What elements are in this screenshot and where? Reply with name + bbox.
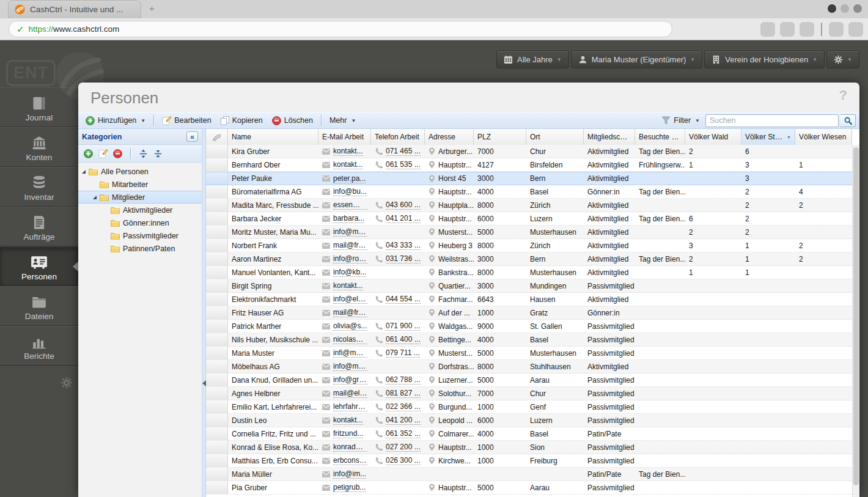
row-handle[interactable] <box>206 252 228 265</box>
table-row[interactable]: Büromaterialfirma AGinfo@bu...Hauptstr..… <box>206 185 852 199</box>
tree-item[interactable]: Gönner:innen <box>78 216 202 229</box>
more-button[interactable]: Mehr ▼ <box>326 115 359 126</box>
browser-button-icon[interactable] <box>848 22 863 37</box>
browser-button-icon[interactable] <box>760 22 775 37</box>
tree-expand-caret-icon[interactable] <box>82 170 86 174</box>
phone-link[interactable]: 071 900 ... <box>386 322 421 331</box>
row-handle[interactable] <box>206 320 228 333</box>
column-header[interactable]: Name <box>228 129 318 145</box>
vertical-scrollbar[interactable] <box>852 145 859 497</box>
table-row[interactable]: Emilio Kart, Lehrfahrerei...lehrfahre...… <box>206 400 852 414</box>
email-link[interactable]: nicolas@... <box>333 335 367 344</box>
row-handle[interactable] <box>206 441 228 454</box>
column-header[interactable]: Telefon Arbeit <box>371 129 425 145</box>
email-link[interactable]: fritzund... <box>333 429 363 438</box>
column-header[interactable]: E-Mail Arbeit <box>318 129 371 145</box>
browser-button-icon[interactable] <box>829 22 844 37</box>
table-row[interactable]: Möbelhaus AGinfo@mo...Dorfstras...8000St… <box>206 360 852 374</box>
email-link[interactable]: kontakt... <box>333 147 363 156</box>
row-handle[interactable] <box>206 333 228 346</box>
email-link[interactable]: kontakt... <box>333 160 363 169</box>
email-link[interactable]: lehrfahre... <box>333 402 367 411</box>
table-row[interactable]: Fritz Hauser AGmail@frit...Auf der ...10… <box>206 306 852 320</box>
phone-link[interactable]: 079 711 ... <box>386 348 420 358</box>
row-handle[interactable] <box>206 387 228 400</box>
row-handle[interactable] <box>206 185 228 198</box>
row-handle[interactable] <box>206 454 228 467</box>
table-row[interactable]: Norbert Frankmail@fra...043 333 ...Heube… <box>206 239 852 252</box>
email-link[interactable]: essen@fr... <box>333 201 367 210</box>
filter-button[interactable]: Filter ▼ <box>658 115 704 126</box>
browser-tab[interactable]: CashCtrl - Intuitive und ... <box>8 0 141 18</box>
table-row[interactable]: Moritz Muster, Maria Mu...info@mu...Must… <box>206 226 852 239</box>
sidebar-item-inventar[interactable]: Inventar <box>0 167 78 207</box>
table-row[interactable]: Elektronikfachmarktinfo@ele...044 554 ..… <box>206 293 852 306</box>
table-row[interactable]: Pia Gruberpetigrub...Hauptstr...5000Aara… <box>206 481 852 495</box>
email-link[interactable]: kontakt... <box>333 416 363 425</box>
email-link[interactable]: kontakt... <box>333 281 363 290</box>
table-row[interactable]: Dustin Leokontakt...041 200 ...Leopold .… <box>206 414 852 427</box>
tree-item[interactable]: Passivmitglieder <box>78 229 202 242</box>
table-row[interactable]: Nils Huber, Musikschule ...nicolas@...06… <box>206 333 852 347</box>
phone-link[interactable]: 043 333 ... <box>386 241 421 250</box>
collapse-all-button[interactable] <box>153 149 163 158</box>
phone-link[interactable]: 026 300 ... <box>386 456 421 465</box>
column-header[interactable]: Völker Stadt...▼ <box>741 129 795 145</box>
table-row[interactable]: Aaron Martinezinfo@roh...031 736 ...Weil… <box>206 252 852 266</box>
scrollbar-thumb[interactable] <box>853 147 859 485</box>
row-handle[interactable] <box>206 266 228 279</box>
collapse-panel-button[interactable]: « <box>186 131 198 142</box>
row-handle[interactable] <box>206 199 228 212</box>
phone-link[interactable]: 062 788 ... <box>386 375 421 385</box>
table-row[interactable]: Maria Müllerinfo@im...Patin/PateTag der … <box>206 468 852 481</box>
row-handle[interactable] <box>206 306 228 319</box>
phone-link[interactable]: 061 535 ... <box>386 160 421 169</box>
column-header[interactable]: Völker Wald <box>685 129 741 145</box>
column-header[interactable]: Völker Wiesen <box>795 129 852 145</box>
table-row[interactable]: Cornelia Fritz, Fritz und ...fritzund...… <box>206 427 852 441</box>
email-link[interactable]: konrad@... <box>333 443 367 452</box>
copy-button[interactable]: Kopieren <box>217 115 267 127</box>
edit-category-button[interactable] <box>98 149 108 158</box>
column-header[interactable]: Ort <box>526 129 584 145</box>
phone-link[interactable]: 081 827 ... <box>386 389 421 398</box>
table-row[interactable]: Birgit Springkontakt...Quartier...3000Mu… <box>206 279 852 293</box>
email-link[interactable]: info@im... <box>333 469 366 479</box>
row-handle[interactable] <box>206 212 228 225</box>
column-header-swoosh[interactable] <box>206 129 228 145</box>
table-row[interactable]: Manuel Vonlanten, Kant...info@kb...Banks… <box>206 266 852 279</box>
window-control-icon[interactable] <box>853 4 862 13</box>
phone-link[interactable]: 022 366 ... <box>386 402 421 411</box>
row-handle[interactable] <box>206 360 228 373</box>
browser-button-icon[interactable] <box>800 22 814 37</box>
sidebar-gear-icon[interactable] <box>61 377 73 391</box>
column-header[interactable]: Mitgliedschaft <box>584 129 635 145</box>
email-link[interactable]: mail@frit... <box>333 308 367 317</box>
table-row[interactable]: Peter Paukepeter.pa...Horst 453000BernAk… <box>206 172 852 185</box>
phone-link[interactable]: 027 200 ... <box>386 443 421 452</box>
edit-button[interactable]: Bearbeiten <box>158 115 215 127</box>
fiscal-year-button[interactable]: Alle Jahre ▼ <box>496 50 569 68</box>
email-link[interactable]: mail@ele... <box>333 389 367 398</box>
column-header[interactable]: Adresse <box>425 129 474 145</box>
row-handle[interactable] <box>206 347 228 359</box>
phone-link[interactable]: 043 600 ... <box>386 201 421 210</box>
row-handle[interactable] <box>206 239 228 252</box>
email-link[interactable]: info@bu... <box>333 187 367 196</box>
sidebar-item-berichte[interactable]: Berichte <box>0 326 78 366</box>
sidebar-item-personen[interactable]: Personen <box>0 246 78 286</box>
window-control-icon[interactable] <box>840 4 849 13</box>
table-row[interactable]: Madita Marc, Fressbude ...essen@fr...043… <box>206 199 852 212</box>
sidebar-item-journal[interactable]: Journal <box>0 87 78 127</box>
row-handle[interactable] <box>206 481 228 494</box>
email-link[interactable]: erbconsu... <box>333 456 367 465</box>
row-handle[interactable] <box>206 414 228 427</box>
sidebar-item-konten[interactable]: Konten <box>0 127 78 167</box>
url-field[interactable]: ✓ https://www.cashctrl.com <box>9 21 672 37</box>
row-handle[interactable] <box>206 293 228 306</box>
tree-expand-caret-icon[interactable] <box>93 196 97 199</box>
phone-link[interactable]: 071 465 ... <box>386 147 421 156</box>
email-link[interactable]: info@roh... <box>333 254 367 263</box>
row-handle[interactable] <box>206 427 228 440</box>
phone-link[interactable]: 044 554 ... <box>386 295 421 304</box>
